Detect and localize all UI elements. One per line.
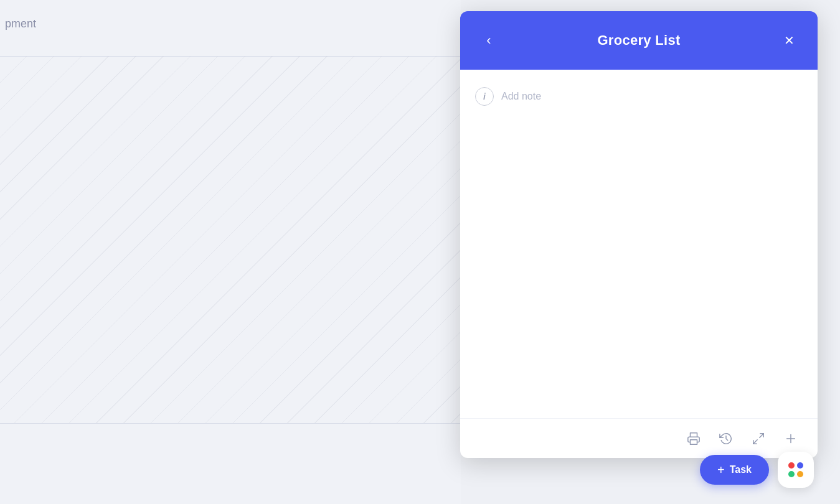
floating-buttons: + Task [700,452,814,488]
close-button[interactable]: ✕ [778,29,800,52]
close-icon: ✕ [784,34,795,47]
svg-rect-0 [691,439,697,444]
svg-line-1 [760,433,763,437]
italic-icon[interactable]: i [475,87,494,106]
back-button[interactable]: ‹ [478,29,500,52]
add-task-plus-icon: + [717,464,725,476]
history-button[interactable] [717,429,735,448]
svg-line-2 [753,439,757,443]
panel-body: i Add note [460,70,818,418]
grocery-list-panel: ‹ Grocery List ✕ i Add note [460,11,818,458]
add-note-placeholder: Add note [501,91,541,102]
print-button[interactable] [684,429,703,448]
apps-grid-icon [788,462,803,477]
panel-title: Grocery List [597,32,680,49]
add-item-button[interactable] [781,429,800,448]
add-task-button[interactable]: + Task [700,455,769,485]
apps-button[interactable] [778,452,814,488]
dot-green [788,471,795,477]
expand-button[interactable] [749,429,768,448]
chevron-left-icon: ‹ [486,34,491,47]
italic-letter: i [483,91,486,101]
expand-icon [752,432,765,446]
dot-red [788,462,795,469]
add-note-row[interactable]: i Add note [475,82,803,111]
dot-yellow [797,471,803,477]
history-icon [719,432,733,446]
divider-bottom [0,423,461,424]
background-texture [0,56,461,423]
panel-header: ‹ Grocery List ✕ [460,11,818,70]
add-task-label: Task [730,464,752,475]
background-text: pment [5,17,36,30]
background-panel: pment [0,0,461,504]
plus-icon [784,432,798,446]
dot-blue [797,462,803,469]
print-icon [687,432,701,446]
